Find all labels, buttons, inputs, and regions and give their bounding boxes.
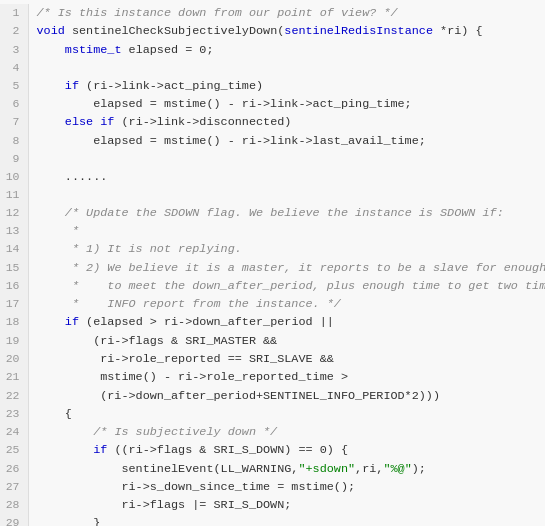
table-row: 8 elapsed = mstime() - ri->link->last_av… xyxy=(0,132,545,150)
table-row: 6 elapsed = mstime() - ri->link->act_pin… xyxy=(0,95,545,113)
line-number: 29 xyxy=(0,514,28,526)
table-row: 13 * xyxy=(0,222,545,240)
line-number: 22 xyxy=(0,387,28,405)
table-row: 5 if (ri->link->act_ping_time) xyxy=(0,77,545,95)
table-row: 20 ri->role_reported == SRI_SLAVE && xyxy=(0,350,545,368)
line-number: 12 xyxy=(0,204,28,222)
line-number: 11 xyxy=(0,186,28,204)
line-number: 23 xyxy=(0,405,28,423)
table-row: 28 ri->flags |= SRI_S_DOWN; xyxy=(0,496,545,514)
line-code xyxy=(28,186,545,204)
line-code: * 2) We believe it is a master, it repor… xyxy=(28,259,545,277)
table-row: 10 ...... xyxy=(0,168,545,186)
table-row: 4 xyxy=(0,59,545,77)
table-row: 7 else if (ri->link->disconnected) xyxy=(0,113,545,131)
line-number: 21 xyxy=(0,368,28,386)
line-code: (ri->flags & SRI_MASTER && xyxy=(28,332,545,350)
table-row: 11 xyxy=(0,186,545,204)
line-code: ri->flags |= SRI_S_DOWN; xyxy=(28,496,545,514)
line-code: sentinelEvent(LL_WARNING,"+sdown",ri,"%@… xyxy=(28,460,545,478)
line-number: 27 xyxy=(0,478,28,496)
table-row: 17 * INFO report from the instance. */ xyxy=(0,295,545,313)
line-code: ri->role_reported == SRI_SLAVE && xyxy=(28,350,545,368)
line-code: * xyxy=(28,222,545,240)
line-code: if (elapsed > ri->down_after_period || xyxy=(28,313,545,331)
line-number: 20 xyxy=(0,350,28,368)
line-number: 16 xyxy=(0,277,28,295)
line-number: 4 xyxy=(0,59,28,77)
line-code: /* Is this instance down from our point … xyxy=(28,4,545,22)
code-container: 1/* Is this instance down from our point… xyxy=(0,0,545,526)
table-row: 21 mstime() - ri->role_reported_time > xyxy=(0,368,545,386)
line-number: 17 xyxy=(0,295,28,313)
line-code: /* Update the SDOWN flag. We believe the… xyxy=(28,204,545,222)
table-row: 23 { xyxy=(0,405,545,423)
line-code: void sentinelCheckSubjectivelyDown(senti… xyxy=(28,22,545,40)
line-code: * 1) It is not replying. xyxy=(28,240,545,258)
line-code xyxy=(28,150,545,168)
line-code: (ri->down_after_period+SENTINEL_INFO_PER… xyxy=(28,387,545,405)
table-row: 19 (ri->flags & SRI_MASTER && xyxy=(0,332,545,350)
table-row: 9 xyxy=(0,150,545,168)
line-number: 26 xyxy=(0,460,28,478)
line-number: 1 xyxy=(0,4,28,22)
table-row: 25 if ((ri->flags & SRI_S_DOWN) == 0) { xyxy=(0,441,545,459)
code-table: 1/* Is this instance down from our point… xyxy=(0,4,545,526)
table-row: 1/* Is this instance down from our point… xyxy=(0,4,545,22)
table-row: 14 * 1) It is not replying. xyxy=(0,240,545,258)
line-number: 3 xyxy=(0,41,28,59)
line-number: 24 xyxy=(0,423,28,441)
table-row: 2void sentinelCheckSubjectivelyDown(sent… xyxy=(0,22,545,40)
line-code: ri->s_down_since_time = mstime(); xyxy=(28,478,545,496)
line-code: ...... xyxy=(28,168,545,186)
line-code: mstime_t elapsed = 0; xyxy=(28,41,545,59)
table-row: 24 /* Is subjectively down */ xyxy=(0,423,545,441)
line-code: * INFO report from the instance. */ xyxy=(28,295,545,313)
line-number: 9 xyxy=(0,150,28,168)
table-row: 15 * 2) We believe it is a master, it re… xyxy=(0,259,545,277)
line-code: elapsed = mstime() - ri->link->last_avai… xyxy=(28,132,545,150)
table-row: 12 /* Update the SDOWN flag. We believe … xyxy=(0,204,545,222)
line-number: 25 xyxy=(0,441,28,459)
line-code: if (ri->link->act_ping_time) xyxy=(28,77,545,95)
table-row: 18 if (elapsed > ri->down_after_period |… xyxy=(0,313,545,331)
line-code: /* Is subjectively down */ xyxy=(28,423,545,441)
table-row: 3 mstime_t elapsed = 0; xyxy=(0,41,545,59)
line-code: elapsed = mstime() - ri->link->act_ping_… xyxy=(28,95,545,113)
line-number: 13 xyxy=(0,222,28,240)
line-number: 18 xyxy=(0,313,28,331)
line-number: 10 xyxy=(0,168,28,186)
line-number: 6 xyxy=(0,95,28,113)
table-row: 27 ri->s_down_since_time = mstime(); xyxy=(0,478,545,496)
line-number: 7 xyxy=(0,113,28,131)
line-code: } xyxy=(28,514,545,526)
line-number: 2 xyxy=(0,22,28,40)
line-code: if ((ri->flags & SRI_S_DOWN) == 0) { xyxy=(28,441,545,459)
table-row: 26 sentinelEvent(LL_WARNING,"+sdown",ri,… xyxy=(0,460,545,478)
line-number: 19 xyxy=(0,332,28,350)
table-row: 29 } xyxy=(0,514,545,526)
line-number: 14 xyxy=(0,240,28,258)
table-row: 16 * to meet the down_after_period, plus… xyxy=(0,277,545,295)
line-code: { xyxy=(28,405,545,423)
line-number: 8 xyxy=(0,132,28,150)
line-code: * to meet the down_after_period, plus en… xyxy=(28,277,545,295)
line-number: 15 xyxy=(0,259,28,277)
line-code: mstime() - ri->role_reported_time > xyxy=(28,368,545,386)
line-code: else if (ri->link->disconnected) xyxy=(28,113,545,131)
table-row: 22 (ri->down_after_period+SENTINEL_INFO_… xyxy=(0,387,545,405)
line-number: 28 xyxy=(0,496,28,514)
line-code xyxy=(28,59,545,77)
line-number: 5 xyxy=(0,77,28,95)
